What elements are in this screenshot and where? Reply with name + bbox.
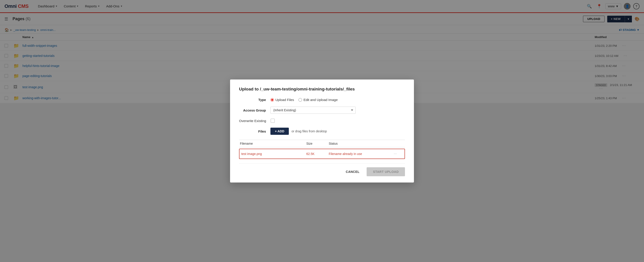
radio-edit-upload-image[interactable]: Edit and Upload Image <box>298 98 338 102</box>
type-form-row: Type Upload Files Edit and Upload Image <box>239 98 405 102</box>
upload-dialog: Upload to /_uw-team-testing/omni-trainin… <box>230 79 414 183</box>
dialog-title: Upload to /_uw-team-testing/omni-trainin… <box>239 87 405 92</box>
access-group-label: Access Group <box>239 108 270 112</box>
type-label: Type <box>239 98 270 102</box>
radio-upload-files[interactable]: Upload Files <box>270 98 294 102</box>
overwrite-label: Overwrite Existing <box>239 119 271 123</box>
files-add-area: + ADD or drag files from desktop <box>270 128 327 135</box>
overwrite-checkbox[interactable] <box>271 119 275 123</box>
start-upload-button[interactable]: START UPLOAD <box>366 167 405 176</box>
file-table-header: Filename Size Status <box>239 140 405 147</box>
file-name-1: test image.png <box>241 152 306 156</box>
add-button[interactable]: + ADD <box>270 128 289 135</box>
overwrite-form-row: Overwrite Existing <box>239 119 405 123</box>
type-radio-group: Upload Files Edit and Upload Image <box>270 98 338 102</box>
file-status-1: Filename already in use <box>329 152 394 156</box>
dialog-footer: CANCEL START UPLOAD <box>239 164 405 176</box>
radio-upload-files-input[interactable] <box>270 98 274 102</box>
file-row-error-wrap: test image.png 62.5K Filename already in… <box>239 149 405 159</box>
col-filename: Filename <box>240 142 306 145</box>
files-label: Files <box>239 129 270 133</box>
access-group-select[interactable]: (Inherit Existing) Group 1 Group 2 <box>270 107 356 114</box>
file-size-1: 62.5K <box>306 152 329 156</box>
file-table: Filename Size Status test image.png 62.5… <box>239 140 405 159</box>
col-actions <box>395 142 404 145</box>
col-size: Size <box>306 142 329 145</box>
radio-edit-upload-image-input[interactable] <box>298 98 302 102</box>
cancel-button[interactable]: CANCEL <box>342 168 363 176</box>
modal-overlay: Upload to /_uw-team-testing/omni-trainin… <box>0 0 644 262</box>
file-row-1: test image.png 62.5K Filename already in… <box>240 149 404 159</box>
col-status: Status <box>329 142 395 145</box>
files-form-row: Files + ADD or drag files from desktop <box>239 128 405 135</box>
file-row-menu-1[interactable]: ··· <box>394 152 403 156</box>
drag-text: or drag files from desktop <box>292 129 327 133</box>
access-group-form-row: Access Group (Inherit Existing) Group 1 … <box>239 107 405 114</box>
